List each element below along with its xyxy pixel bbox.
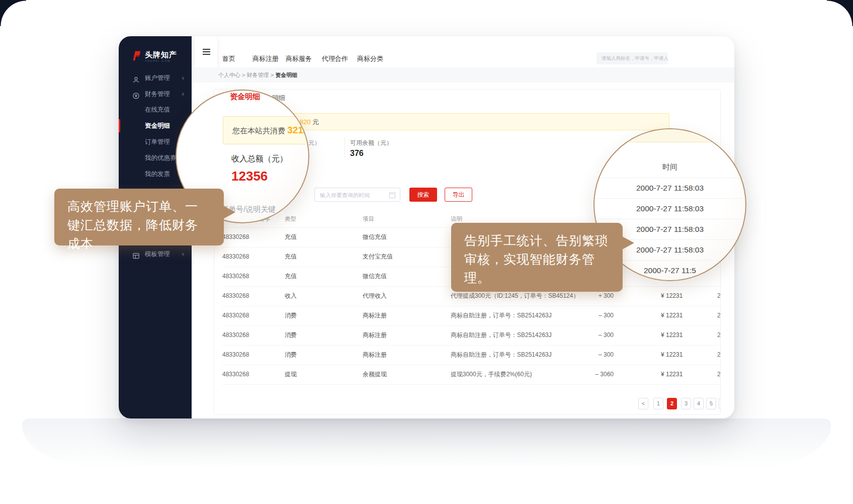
sidebar-item-online-recharge[interactable]: 在线充值 [119, 102, 192, 117]
callout-left-text: 高效管理账户订单、一键汇总数据，降低财务成本 [67, 199, 198, 250]
cell-order: 48330268 [222, 306, 249, 325]
pagination-page-partial[interactable] [719, 398, 721, 409]
template-icon [132, 250, 140, 265]
cell-project: 余额提现 [363, 365, 387, 384]
cell-type: 收入 [285, 286, 297, 306]
nav-trademark-category[interactable]: 商标分类 [357, 54, 383, 63]
breadcrumb: 个人中心 > 财务管理 > 资金明细 [218, 67, 297, 82]
nav-agency-cooperation[interactable]: 代理合作 [322, 54, 348, 63]
cell-description: 商标自助注册，订单号：SB2514263J [451, 345, 552, 365]
cell-order: 48330268 [222, 247, 249, 267]
cell-time: 2000-7-27 11:58:03 [717, 306, 721, 325]
date-placeholder: 输入你要查询的时间 [320, 192, 370, 199]
cell-amount: – 3060 [567, 365, 614, 384]
callout-right-text: 告别手工统计、告别繁琐审核，实现智能财务管理。 [464, 233, 608, 285]
pagination-page-5[interactable]: 5 [706, 398, 716, 409]
breadcrumb-personal-center[interactable]: 个人中心 [218, 72, 240, 78]
table-row[interactable]: 48330268 消费 商标注册 商标自助注册，订单号：SB2514263J –… [222, 306, 720, 326]
cell-balance: ¥ 12231 [661, 345, 683, 365]
cell-type: 充值 [285, 227, 297, 247]
notice-unit: 元 [311, 118, 319, 126]
cell-project: 支付宝充值 [363, 247, 393, 267]
cell-type: 消费 [285, 325, 297, 345]
stat-divider [345, 138, 345, 157]
cell-project: 微信充值 [363, 267, 387, 286]
sidebar-item-label: 订单管理 [145, 134, 170, 149]
topbar: 首页 商标注册 商标服务 代理合作 商标分类 请输入商标名，申请号，申请人 [192, 36, 734, 68]
breadcrumb-finance[interactable]: 财务管理 [247, 72, 269, 78]
cell-time: 2000-7-27 11:58:03 [717, 345, 721, 365]
row-separator [594, 198, 745, 199]
sort-chevron-icon[interactable]: ∨ [286, 211, 289, 227]
magnified-notice-bar: 您在本站共消费 32124 大 [223, 116, 309, 144]
pagination-page-3[interactable]: 3 [681, 398, 691, 409]
brand-logo-icon [131, 50, 142, 61]
cell-project: 商标注册 [363, 325, 387, 345]
sidebar-item-finance[interactable]: 财务管理 ∧ [119, 87, 192, 102]
page-corner-decoration [827, 0, 853, 26]
pagination-page-1[interactable]: 1 [653, 398, 663, 409]
sort-chevron-icon[interactable]: ∨ [364, 211, 367, 227]
cell-time: 2000-7-27 11:58:03 [717, 325, 721, 345]
callout-arrow-icon [622, 236, 634, 249]
pagination-page-2-active[interactable]: 2 [667, 398, 677, 409]
sidebar-item-label: 在线充值 [145, 102, 170, 117]
cell-balance: ¥ 12231 [661, 306, 683, 325]
sidebar-item-template-management[interactable]: 模板管理 ∨ [119, 246, 192, 262]
table-row[interactable]: 48330268 消费 商标注册 商标自助注册，订单号：SB2514263J –… [222, 325, 720, 346]
nav-trademark-register[interactable]: 商标注册 [252, 54, 279, 63]
chevron-down-icon: ∨ [181, 70, 185, 86]
cell-amount: – 300 [567, 345, 614, 365]
cell-order: 48330268 [222, 267, 249, 286]
cell-order: 48330268 [222, 325, 249, 345]
export-button[interactable]: 导出 [445, 188, 472, 202]
magnified-time-header: 时间 [594, 162, 745, 172]
calendar-icon [389, 192, 395, 198]
pagination-page-4[interactable]: 4 [694, 398, 704, 409]
cell-project: 微信充值 [363, 227, 387, 247]
magnified-time-value: 2000-7-27 11:58:03 [594, 204, 745, 213]
cell-balance: ¥ 12231 [661, 286, 683, 306]
cell-order: 48330268 [222, 286, 249, 306]
cell-project: 商标注册 [363, 345, 387, 365]
sidebar-item-label: 我的优惠券 [145, 150, 177, 165]
cell-project: 商标注册 [363, 306, 387, 325]
magnified-tab-title: 资金明细 [230, 92, 260, 102]
stat-available-balance-label: 可用余额（元） [350, 139, 392, 147]
cell-amount: – 300 [567, 306, 614, 325]
table-row[interactable]: 48330268 提现 余额提现 提现3000元，手续费2%(60元) – 30… [222, 365, 720, 385]
search-button[interactable]: 搜索 [409, 188, 437, 202]
breadcrumb-current: 资金明细 [275, 72, 297, 78]
sidebar-item-account[interactable]: 账户管理 ∨ [119, 70, 192, 86]
cell-description: 商标自助注册，订单号：SB2514263J [451, 306, 552, 325]
magnified-income-value: 12356 [231, 169, 268, 184]
notice-text-fragment: 820 元 [300, 118, 319, 127]
logo[interactable]: 头牌知产 TOUPAI.COM [131, 50, 177, 62]
callout-left: 高效管理账户订单、一键汇总数据，降低财务成本 [54, 189, 224, 245]
hamburger-menu-icon[interactable] [195, 36, 217, 67]
cell-type: 提现 [285, 365, 297, 384]
date-query-input[interactable]: 输入你要查询的时间 [314, 188, 400, 202]
cell-project: 代理收入 [363, 286, 387, 306]
cell-balance: ¥ 12231 [661, 325, 683, 345]
nav-trademark-service[interactable]: 商标服务 [286, 54, 312, 63]
search-input[interactable]: 请输入商标名，申请号，申请人 [596, 52, 668, 64]
laptop-base [22, 418, 831, 469]
cell-type: 消费 [285, 345, 297, 365]
row-separator [594, 178, 745, 178]
cell-time: 2000-7-27 11:58:03 [717, 286, 721, 306]
chevron-down-icon: ∨ [181, 246, 185, 262]
sidebar-item-label: 我的发票 [145, 166, 170, 182]
cell-order: 48330268 [222, 227, 249, 247]
table-row[interactable]: 48330268 消费 商标注册 商标自助注册，订单号：SB2514263J –… [222, 345, 720, 365]
cell-type: 充值 [285, 247, 297, 267]
stat-available-balance-value: 376 [350, 149, 364, 158]
row-separator [594, 219, 745, 219]
cell-type: 充值 [285, 267, 297, 286]
pagination-prev-button[interactable]: < [638, 398, 648, 409]
cell-order: 48330268 [222, 365, 249, 384]
sidebar-item-label: 模板管理 [145, 246, 170, 262]
sidebar-item-label: 账户管理 [145, 70, 170, 86]
page-corner-decoration [0, 0, 26, 26]
nav-home[interactable]: 首页 [222, 54, 235, 63]
